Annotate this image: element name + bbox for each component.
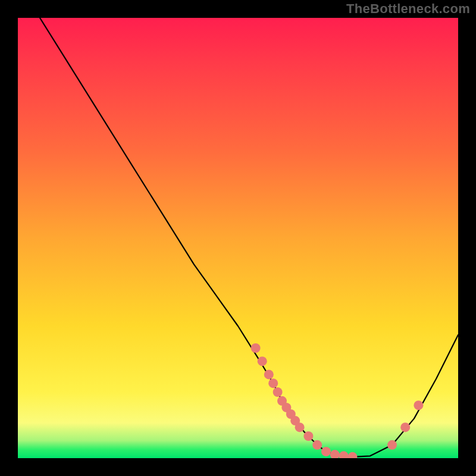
data-point (321, 447, 331, 456)
curve-svg (18, 18, 458, 458)
data-point (339, 451, 349, 458)
data-point (273, 387, 283, 397)
data-point (268, 378, 278, 388)
data-point (258, 356, 267, 366)
data-points-group (251, 343, 424, 458)
chart-container: TheBottleneck.com (0, 0, 476, 476)
data-point (303, 431, 313, 441)
data-point (400, 422, 410, 432)
data-point (264, 369, 274, 379)
data-point (251, 343, 261, 353)
data-point (387, 440, 397, 450)
data-point (347, 452, 357, 458)
data-point (330, 450, 340, 458)
data-point (312, 440, 322, 450)
plot-area (18, 18, 458, 458)
watermark-text: TheBottleneck.com (346, 1, 470, 17)
bottleneck-curve (40, 18, 458, 457)
data-point (414, 400, 423, 410)
data-point (295, 422, 305, 432)
